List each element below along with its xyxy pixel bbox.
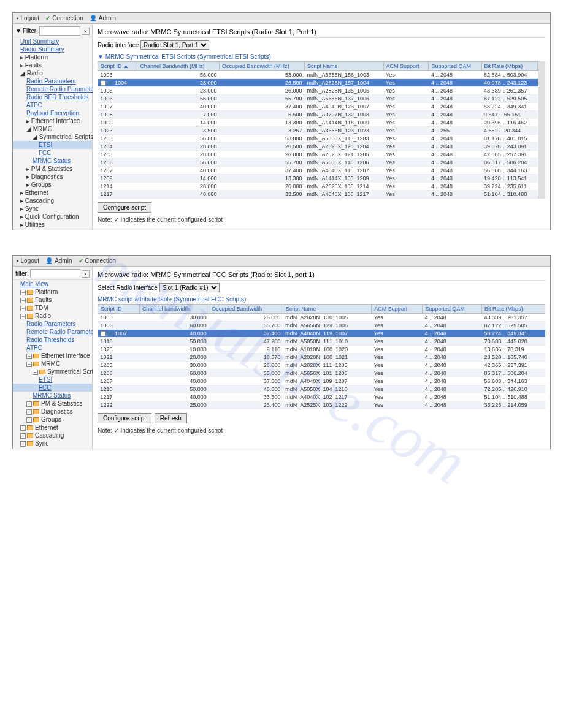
sidebar-unit-summary[interactable]: Unit Summary [13, 37, 92, 45]
sidebar-diagnostics[interactable]: +Diagnostics [13, 408, 92, 415]
col-acm[interactable]: ACM Support [383, 62, 429, 71]
table-row[interactable]: 120740.00037.400mdN_A4040X_116_1207Yes4 … [98, 167, 538, 175]
sidebar-fcc[interactable]: FCC [13, 149, 92, 157]
filter-clear[interactable]: × [82, 270, 90, 278]
sidebar-mrmc[interactable]: −MRMC [13, 360, 92, 368]
sidebar-groups[interactable]: ▸ Groups [13, 181, 92, 189]
logout-link[interactable]: ▪ Logout [17, 257, 39, 264]
configure-button[interactable]: Configure script [98, 202, 151, 213]
sidebar-remote-radio[interactable]: Remote Radio Parameters [13, 85, 92, 93]
sidebar-mrmc-status[interactable]: MRMC Status [13, 392, 92, 400]
sidebar-radio[interactable]: ◢ Radio [13, 69, 92, 77]
col-acm[interactable]: ACM Support [372, 305, 423, 314]
table-row[interactable]: 120530.00026.000mdN_A2828X_111_1205Yes4 … [98, 362, 545, 370]
table-row[interactable]: 102120.00018.570mdN_A2020N_100_1021Yes4 … [98, 354, 545, 362]
table-row[interactable]: 100530.00026.000mdN_A2828N_130_1005Yes4 … [98, 314, 545, 322]
sidebar-etsi[interactable]: ETSI [13, 141, 92, 149]
connection-link[interactable]: ✓ Connection [79, 257, 117, 264]
logout-link[interactable]: ▪ Logout [17, 15, 39, 21]
sidebar-radio-params[interactable]: Radio Parameters [13, 320, 92, 328]
sidebar-diagnostics[interactable]: ▸ Diagnostics [13, 173, 92, 181]
sidebar-quick-config[interactable]: ▸ Quick Configuration [13, 213, 92, 221]
col-qam[interactable]: Supported QAM [423, 305, 482, 314]
table-scrollbar[interactable] [538, 61, 545, 199]
sidebar-groups[interactable]: +Groups [13, 415, 92, 423]
sidebar-ethernet[interactable]: ▸ Ethernet [13, 189, 92, 197]
sidebar-remote-radio[interactable]: Remote Radio Parameters [13, 328, 92, 336]
table-row[interactable]: 121740.00033.500mdN_A4040X_108_1217Yes4 … [98, 191, 538, 199]
table-row[interactable]: 120740.00037.600mdN_A4040X_109_1207Yes4 … [98, 377, 545, 385]
col-occ-bw[interactable]: Occupied Bandwidth (MHz) [220, 62, 305, 71]
table-row[interactable]: 121050.00046.600mdN_A5050X_104_1210Yes4 … [98, 385, 545, 393]
table-row[interactable]: 120356.00053.000mdN_A5656X_113_1203Yes4 … [98, 135, 538, 143]
sidebar-mrmc[interactable]: ◢ MRMC [13, 125, 92, 133]
refresh-button[interactable]: Refresh [155, 413, 187, 423]
table-row[interactable]: 120660.00055.000mdN_A5656X_101_1206Yes4 … [98, 370, 545, 377]
sidebar-pm-stats[interactable]: +PM & Statistics [13, 400, 92, 408]
sidebar-eth-if[interactable]: ▸ Ethernet Interface [13, 117, 92, 125]
sidebar-cascading[interactable]: +Cascading [13, 431, 92, 439]
sidebar-tdm[interactable]: +TDM [13, 304, 92, 312]
sidebar-cascading[interactable]: ▸ Cascading [13, 197, 92, 205]
table-row[interactable]: +✓ 100740.00037.400mdN_A4040N_119_1007Ye… [98, 330, 545, 338]
table-row[interactable]: 101050.00047.200mdN_A5050N_111_1010Yes4 … [98, 338, 545, 346]
filter-clear[interactable]: × [82, 28, 90, 35]
table-row[interactable]: 102010.0009.110mdN_A1010N_100_1020Yes4 .… [98, 346, 545, 354]
filter-input[interactable] [30, 269, 80, 278]
sidebar-main-view[interactable]: Main View [13, 280, 92, 288]
table-row[interactable]: 10087.0006.500mdN_A0707N_132_1008Yes4 ..… [98, 111, 538, 119]
row-expand-icon[interactable]: + [101, 80, 106, 86]
sidebar-sym-scripts[interactable]: ◢ Symmetrical Scripts [13, 133, 92, 141]
sidebar-radio[interactable]: −Radio [13, 312, 92, 320]
sidebar-sync[interactable]: ▸ Sync [13, 205, 92, 213]
sidebar-etsi[interactable]: ETSI [13, 376, 92, 384]
connection-link[interactable]: ✓ Connection [45, 15, 83, 21]
sidebar-radio-summary[interactable]: Radio Summary [13, 45, 92, 53]
row-expand-icon[interactable]: + [101, 331, 106, 336]
table-row[interactable]: 100740.00037.400mdN_A4040N_123_1007Yes4 … [98, 103, 538, 111]
radio-if-select[interactable]: Radio: Slot 1, Port 1 [140, 40, 209, 50]
sidebar-pm-stats[interactable]: ▸ PM & Statistics [13, 165, 92, 173]
section-header[interactable]: ▼ MRMC Symmetrical ETSI Scripts (Symmetr… [98, 52, 545, 61]
col-script-id[interactable]: Script ID ▲ [98, 62, 137, 71]
table-row[interactable]: 122225.00023.400mdN_A2525X_103_1222Yes4 … [98, 401, 545, 409]
sidebar-faults[interactable]: ▸ Faults [13, 61, 92, 69]
table-row[interactable]: +✓ 100428.00026.500mdN_A2828N_157_1004Ye… [98, 79, 538, 87]
sidebar-sync[interactable]: +Sync [13, 439, 92, 447]
col-name[interactable]: Script Name [283, 305, 371, 314]
sidebar-sym-scripts[interactable]: −Symmetrical Scripts [13, 368, 92, 376]
sidebar-faults[interactable]: +Faults [13, 296, 92, 304]
admin-link[interactable]: 👤 Admin [45, 257, 72, 264]
filter-input[interactable] [39, 26, 80, 36]
table-row[interactable]: 100656.00055.700mdN_A5656N_137_1006Yes4 … [98, 95, 538, 103]
configure-button[interactable]: Configure script [98, 413, 151, 423]
table-row[interactable]: 100660.00055.700mdN_A5656N_129_1006Yes4 … [98, 322, 545, 330]
sidebar-ethernet[interactable]: +Ethernet [13, 423, 92, 431]
table-row[interactable]: 120428.00026.500mdN_A2828X_120_1204Yes4 … [98, 143, 538, 151]
sidebar-platform[interactable]: +Platform [13, 288, 92, 296]
col-script-id[interactable]: Script ID [98, 305, 140, 314]
table-row[interactable]: 10233.5003.267mdN_A3535N_123_1023Yes4 ..… [98, 127, 538, 135]
col-chan-bw[interactable]: Channel bandwidth [139, 305, 209, 314]
sidebar-mrmc-status[interactable]: MRMC Status [13, 157, 92, 165]
table-row[interactable]: 100356.00053.000mdN_A5656N_156_1003Yes4 … [98, 71, 538, 79]
table-row[interactable]: 100914.00013.300mdN_A1414N_118_1009Yes4 … [98, 119, 538, 127]
table-row[interactable]: 121740.00033.500mdN_A4040X_102_1217Yes4 … [98, 393, 545, 401]
col-occ-bw[interactable]: Occupied Bandwidth [209, 305, 283, 314]
radio-if-select[interactable]: Slot 1 (Radio #1) [159, 283, 220, 292]
sidebar-radio-thr[interactable]: Radio Thresholds [13, 336, 92, 344]
col-rate[interactable]: Bit Rate (Mbps) [482, 305, 545, 314]
sidebar-radio-params[interactable]: Radio Parameters [13, 77, 92, 85]
col-qam[interactable]: Supported QAM [429, 62, 481, 71]
table-row[interactable]: 120528.00026.000mdN_A2828X_121_1205Yes4 … [98, 151, 538, 159]
col-rate[interactable]: Bit Rate (Mbps) [481, 62, 538, 71]
sidebar-platform[interactable]: ▸ Platform [13, 53, 92, 61]
col-chan-bw[interactable]: Channel Bandwidth (MHz) [137, 62, 220, 71]
table-row[interactable]: 121428.00026.000mdN_A2828X_108_1214Yes4 … [98, 183, 538, 191]
sidebar-payload-enc[interactable]: Payload Encryption [13, 109, 92, 117]
sidebar-utilities[interactable]: ▸ Utilities [13, 221, 92, 229]
table-row[interactable]: 100528.00026.000mdN_A2828N_135_1005Yes4 … [98, 87, 538, 95]
sidebar-atpc[interactable]: ATPC [13, 101, 92, 109]
sidebar-fcc[interactable]: FCC [13, 384, 92, 392]
table-row[interactable]: 120656.00055.700mdN_A5656X_110_1206Yes4 … [98, 159, 538, 167]
